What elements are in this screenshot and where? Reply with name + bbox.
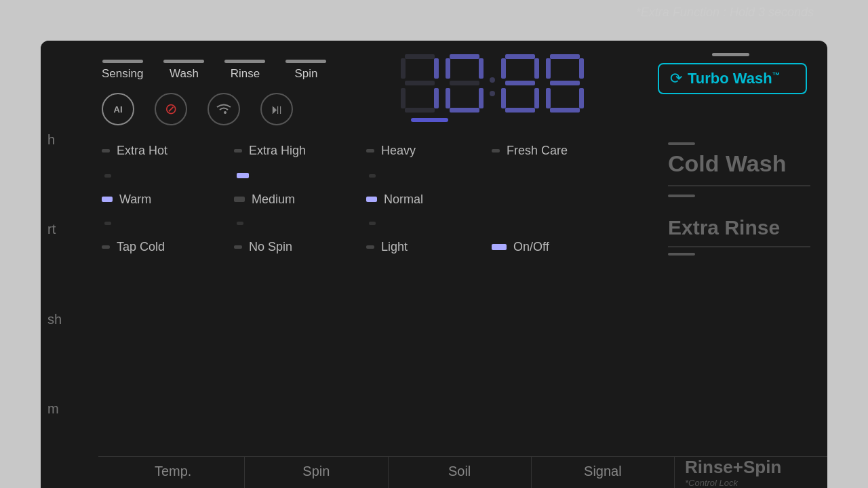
extra-rinse-indicator — [668, 253, 695, 256]
control-lock-label: *Control Lock — [685, 478, 827, 488]
extra-rinse-section: Extra Rinse — [668, 216, 814, 256]
options-section: Extra Hot Extra High Heavy Fresh Care — [41, 125, 827, 262]
cycle-indicators: Sensing Wash Rinse Spin — [102, 60, 326, 81]
no-sensing-icon[interactable]: ⊘ — [155, 93, 187, 125]
warm-dot — [102, 197, 113, 202]
colon — [490, 77, 495, 96]
bottom-labels-row: Temp. Spin Soil Signal Rinse+Spin *Contr… — [41, 456, 827, 488]
soil-dot-row — [366, 170, 492, 182]
extra-hot-label: Extra Hot — [117, 144, 167, 158]
medium-dot — [234, 197, 245, 202]
cycle-sensing: Sensing — [102, 60, 143, 81]
heavy-label: Heavy — [381, 144, 416, 158]
cycle-section: Sensing Wash Rinse Spin — [102, 53, 326, 125]
extra-hot-dot — [102, 149, 110, 152]
icons-row: AI ⊘ ⏯ — [102, 93, 326, 125]
heavy-dot — [366, 149, 374, 152]
extra-high-dot — [234, 149, 242, 152]
option-extra-hot: Extra Hot — [102, 142, 234, 159]
rinse-label: Rinse — [231, 67, 260, 81]
fresh-care-dot — [492, 149, 500, 152]
bottom-spin-label: Spin — [245, 457, 388, 488]
wash-label: Wash — [170, 67, 199, 81]
option-light: Light — [366, 239, 492, 256]
option-medium: Medium — [234, 191, 366, 208]
option-normal: Normal — [366, 191, 492, 208]
bottom-right-section: Rinse+Spin *Control Lock — [675, 457, 827, 488]
option-tap-cold: Tap Cold — [102, 239, 234, 256]
tap-cold-label: Tap Cold — [117, 240, 165, 254]
cycle-rinse: Rinse — [224, 60, 265, 81]
soil-small-dot-2 — [369, 222, 376, 225]
extra-function-note: *Extra Function : Hold 3 seconds — [636, 5, 814, 20]
ai-icon[interactable]: AI — [102, 93, 134, 125]
cold-wash-top-indicator — [668, 142, 695, 145]
light-label: Light — [381, 240, 408, 254]
display-indicator — [411, 118, 448, 122]
normal-dot — [366, 197, 377, 202]
partial-h: h — [47, 132, 98, 148]
sensing-label: Sensing — [102, 67, 143, 81]
option-extra-high: Extra High — [234, 142, 366, 159]
digit-2 — [444, 53, 485, 114]
option-warm: Warm — [102, 191, 234, 208]
turbo-wash-button[interactable]: ⟳ Turbo Wash™ — [658, 63, 807, 94]
bottom-temp-label: Temp. — [102, 457, 245, 488]
no-spin-dot — [234, 245, 242, 249]
option-no-spin: No Spin — [234, 239, 366, 256]
right-features: Cold Wash Extra Rinse — [661, 142, 814, 256]
turbo-wash-top-indicator — [712, 53, 749, 56]
extra-high-label: Extra High — [249, 144, 306, 158]
tap-cold-dot — [102, 245, 110, 249]
extra-rinse-label: Extra Rinse — [668, 216, 810, 247]
fresh-care-label: Fresh Care — [507, 144, 568, 158]
turbo-icon: ⟳ — [670, 70, 682, 87]
spin-small-dot — [237, 173, 249, 178]
partial-sh: sh — [47, 312, 98, 327]
option-heavy: Heavy — [366, 142, 492, 159]
washer-panel: *Extra Function : Hold 3 seconds Sensing… — [0, 0, 868, 488]
digit-4 — [545, 53, 585, 114]
on-off-dot — [492, 244, 507, 250]
digit-1 — [399, 53, 440, 114]
partial-rt: rt — [47, 222, 98, 237]
option-on-off: On/Off — [492, 239, 634, 256]
spin-label: Spin — [294, 67, 317, 81]
options-grid: Extra Hot Extra High Heavy Fresh Care — [102, 142, 661, 256]
bottom-soil-label: Soil — [389, 457, 532, 488]
pause-play-icon[interactable]: ⏯ — [260, 93, 293, 125]
temp-small-dot — [104, 174, 111, 178]
cold-wash-label: Cold Wash — [668, 150, 810, 186]
control-panel: Sensing Wash Rinse Spin — [41, 41, 827, 488]
cold-wash-section: Cold Wash — [668, 142, 814, 197]
light-dot — [366, 245, 374, 249]
spin-dot-row — [234, 170, 366, 182]
digit-3 — [500, 53, 540, 114]
cycle-spin: Spin — [285, 60, 326, 81]
spin-bar — [285, 60, 326, 63]
no-spin-label: No Spin — [249, 240, 292, 254]
rinse-spin-label: Rinse+Spin — [685, 457, 827, 478]
bottom-signal-label: Signal — [532, 457, 675, 488]
turbo-wash-label: Turbo Wash™ — [688, 70, 781, 87]
sensing-bar — [102, 60, 143, 63]
turbo-wash-section: ⟳ Turbo Wash™ — [658, 53, 814, 94]
soil-small-dot — [369, 174, 376, 178]
normal-label: Normal — [384, 192, 423, 207]
left-partial-panel: h rt sh m — [41, 41, 98, 488]
temp-small-dot-2 — [104, 222, 111, 225]
partial-m: m — [47, 401, 98, 417]
wash-bar — [163, 60, 204, 63]
option-fresh-care: Fresh Care — [492, 142, 634, 159]
time-display — [326, 53, 658, 114]
temp-dot-row — [102, 170, 234, 182]
warm-label: Warm — [119, 192, 151, 207]
spin-small-dot-2 — [237, 222, 243, 225]
medium-label: Medium — [252, 192, 295, 207]
cycle-wash: Wash — [163, 60, 204, 81]
rinse-bar — [224, 60, 265, 63]
on-off-label: On/Off — [513, 240, 549, 254]
cold-wash-bottom-indicator — [668, 195, 695, 197]
wifi-icon[interactable] — [208, 93, 240, 125]
